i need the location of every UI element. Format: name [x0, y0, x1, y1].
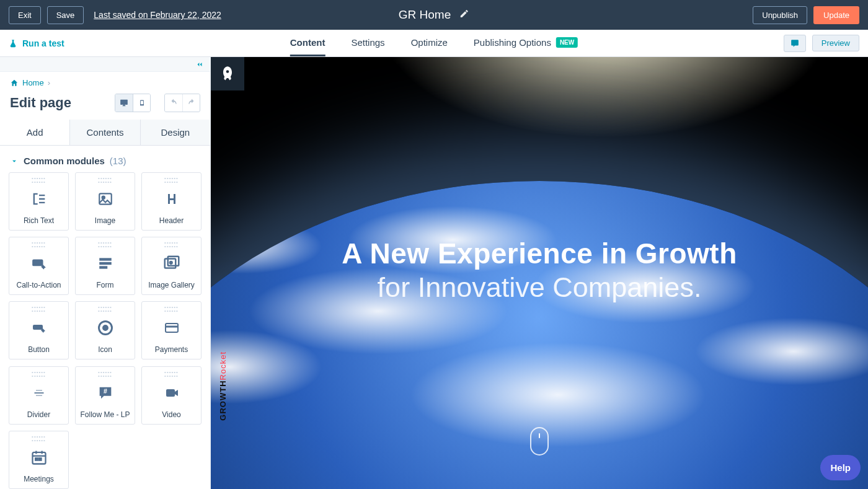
svg-rect-2: [32, 260, 43, 267]
svg-rect-5: [99, 267, 107, 269]
preview-button[interactable]: Preview: [812, 35, 859, 51]
module-video[interactable]: ••••••••••••Video: [141, 366, 202, 425]
svg-point-11: [103, 326, 107, 330]
module-image[interactable]: ••••••••••••Image: [75, 172, 135, 231]
module-label: Icon: [98, 345, 112, 359]
undo-button[interactable]: [165, 94, 182, 112]
run-test-label: Run a test: [22, 38, 64, 48]
module-follow[interactable]: ••••••••••••#Follow Me - LP: [75, 366, 135, 425]
drag-handle-icon: ••••••••••••: [32, 241, 46, 246]
common-modules-toggle[interactable]: Common modules (13): [0, 146, 210, 172]
svg-rect-23: [35, 458, 38, 460]
drag-handle-icon: ••••••••••••: [164, 306, 179, 311]
form-icon: [96, 246, 115, 281]
module-meetings[interactable]: ••••••••••••Meetings: [9, 431, 69, 489]
common-modules-label: Common modules: [24, 156, 105, 166]
drag-handle-icon: ••••••••••••: [32, 371, 46, 376]
new-badge: NEW: [556, 37, 578, 48]
richtext-icon: [29, 182, 50, 216]
unpublish-button[interactable]: Unpublish: [753, 6, 807, 24]
comments-button[interactable]: [784, 35, 806, 52]
cta-icon: [29, 246, 50, 281]
chevron-right-icon: ›: [48, 78, 50, 87]
brand-vertical: GROWTHRocket: [218, 351, 228, 421]
undo-redo: [164, 94, 200, 112]
collapse-sidebar-icon[interactable]: [194, 60, 205, 69]
module-label: Button: [28, 345, 50, 359]
scroll-indicator: [530, 427, 549, 456]
button-icon: [29, 311, 50, 345]
chevron-down-icon: [10, 157, 19, 165]
module-richtext[interactable]: ••••••••••••Rich Text: [9, 172, 69, 231]
tab-content[interactable]: Content: [290, 30, 326, 56]
page-title: GR Home: [399, 8, 451, 22]
module-label: Meetings: [24, 475, 54, 488]
module-form[interactable]: ••••••••••••Form: [75, 237, 135, 295]
hero-line1: A New Experience in Growth: [244, 237, 835, 270]
module-label: Image: [95, 216, 115, 230]
save-button[interactable]: Save: [47, 6, 84, 24]
header-icon: [164, 182, 179, 216]
svg-point-1: [102, 196, 104, 199]
module-payments[interactable]: ••••••••••••Payments: [141, 301, 202, 359]
rocket-icon: [219, 65, 236, 82]
gallery-icon: [161, 246, 182, 281]
tab-settings[interactable]: Settings: [351, 30, 384, 56]
sidebar-tab-add[interactable]: Add: [0, 120, 70, 145]
svg-rect-14: [34, 392, 43, 394]
editor-sidebar: Home › Edit page: [0, 57, 211, 489]
follow-icon: #: [96, 376, 115, 410]
mobile-view-button[interactable]: [133, 94, 150, 112]
module-header[interactable]: ••••••••••••Header: [141, 172, 202, 231]
sidebar-tab-design[interactable]: Design: [141, 120, 210, 145]
module-cta[interactable]: ••••••••••••Call-to-Action: [9, 237, 69, 295]
drag-handle-icon: ••••••••••••: [98, 371, 112, 376]
desktop-view-button[interactable]: [115, 94, 133, 112]
run-test-link[interactable]: Run a test: [9, 38, 64, 48]
divider-icon: [30, 376, 48, 410]
exit-button[interactable]: Exit: [9, 6, 41, 24]
viewport-toggle: [115, 94, 151, 112]
module-divider[interactable]: ••••••••••••Divider: [9, 366, 69, 425]
svg-point-8: [169, 262, 172, 264]
svg-rect-15: [36, 390, 42, 391]
svg-rect-7: [167, 257, 179, 266]
svg-rect-16: [36, 395, 42, 396]
tab-publishing-label: Publishing Options: [474, 37, 551, 48]
module-button[interactable]: ••••••••••••Button: [9, 301, 69, 359]
last-saved-link[interactable]: Last saved on February 22, 2022: [94, 10, 221, 20]
video-icon: [162, 376, 181, 410]
svg-rect-24: [39, 458, 42, 460]
drag-handle-icon: ••••••••••••: [32, 177, 46, 182]
module-label: Divider: [27, 410, 50, 424]
drag-handle-icon: ••••••••••••: [32, 435, 46, 440]
drag-handle-icon: ••••••••••••: [98, 177, 112, 182]
module-label: Rich Text: [24, 216, 54, 230]
breadcrumb[interactable]: Home ›: [0, 72, 210, 91]
drag-handle-icon: ••••••••••••: [164, 177, 179, 182]
drag-handle-icon: ••••••••••••: [164, 371, 179, 376]
help-button[interactable]: Help: [820, 455, 861, 480]
tab-optimize[interactable]: Optimize: [411, 30, 448, 56]
update-button[interactable]: Update: [813, 6, 859, 24]
svg-text:#: #: [104, 387, 107, 395]
page-canvas[interactable]: A New Experience in Growth for Innovativ…: [211, 57, 868, 489]
home-icon: [10, 79, 19, 87]
module-icon[interactable]: ••••••••••••Icon: [75, 301, 135, 359]
sidebar-tab-contents[interactable]: Contents: [70, 120, 140, 145]
drag-handle-icon: ••••••••••••: [32, 306, 46, 311]
edit-title-icon[interactable]: [459, 9, 469, 21]
module-label: Video: [162, 410, 180, 424]
common-modules-count: (13): [110, 156, 126, 166]
module-label: Call-to-Action: [16, 281, 61, 294]
module-gallery[interactable]: ••••••••••••Image Gallery: [141, 237, 202, 295]
tab-publishing[interactable]: Publishing Options NEW: [474, 30, 578, 56]
flask-icon: [9, 39, 17, 48]
redo-button[interactable]: [182, 94, 200, 112]
drag-handle-icon: ••••••••••••: [164, 241, 179, 246]
module-label: Payments: [155, 345, 188, 359]
icon-icon: [97, 311, 114, 345]
rocket-launcher-tab[interactable]: [211, 57, 244, 90]
mobile-icon: [139, 98, 145, 108]
top-header: Exit Save Last saved on February 22, 202…: [0, 0, 868, 30]
